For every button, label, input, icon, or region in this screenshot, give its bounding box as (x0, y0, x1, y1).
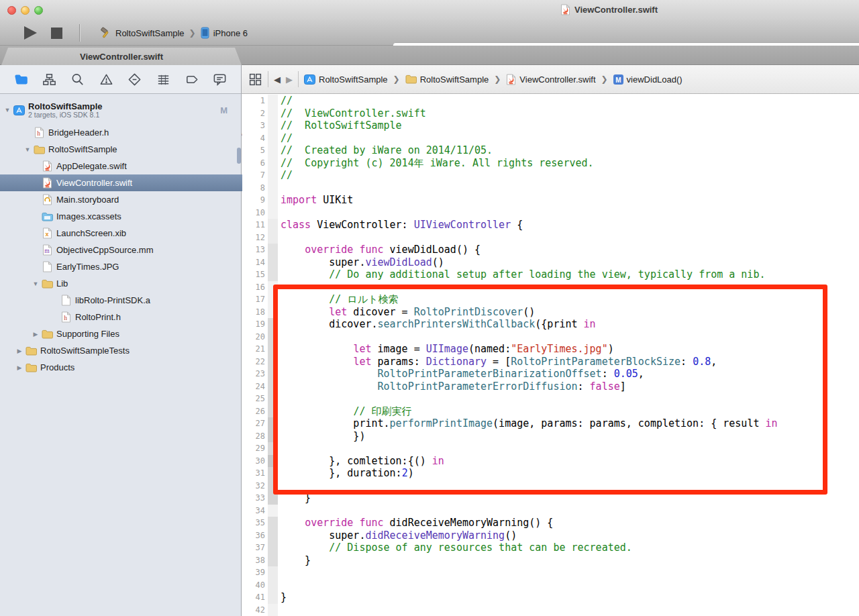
minimize-window-button[interactable] (21, 6, 30, 15)
line-number-gutter[interactable]: 1234567891011121314151617181920212223242… (242, 95, 265, 616)
code-line-25[interactable] (281, 393, 858, 405)
code-line-3[interactable]: // RoltoSwiftSample (281, 119, 858, 132)
code-line-24[interactable]: RoltoPrintParameterErrorDiffusion: false… (281, 380, 858, 393)
code-line-27[interactable]: print.performPrintImage(image, params: p… (281, 417, 858, 430)
navigator-row-appdelegate-swift[interactable]: AppDelegate.swift (0, 158, 272, 174)
code-line-2[interactable]: // ViewController.swift (281, 107, 858, 120)
code-line-31[interactable]: }, duration:2) (281, 467, 858, 480)
disclosure-closed-icon[interactable]: ▶ (31, 331, 40, 338)
breakpoint-navigator-icon[interactable] (183, 71, 199, 87)
change-ribbon-segment (268, 219, 278, 244)
breadcrumb-label: RoltoSwiftSample (319, 74, 388, 85)
code-line-5[interactable]: // Created by iWare on 2014/11/05. (281, 144, 858, 157)
code-line-36[interactable]: super.didReceiveMemoryWarning() (281, 529, 858, 542)
navigator-row-viewcontroller-swift[interactable]: ViewController.swiftM (0, 174, 272, 191)
line-number: 12 (242, 232, 265, 244)
report-navigator-icon[interactable] (212, 71, 228, 87)
code-line-7[interactable]: // (281, 169, 858, 182)
navigator-row-label: BridgeHeader.h (48, 127, 109, 138)
tab-viewcontroller-swift[interactable]: ViewController.swift (1, 48, 242, 65)
issue-navigator-icon[interactable] (98, 71, 114, 87)
navigator-row-bridgeheader-h[interactable]: hBridgeHeader.hA (0, 124, 264, 141)
h-file-icon: h (32, 127, 46, 138)
mm-file-icon: m (40, 244, 54, 256)
disclosure-open-icon[interactable]: ▼ (23, 146, 32, 153)
test-navigator-icon[interactable] (127, 71, 143, 87)
code-line-17[interactable]: // ロルト検索 (281, 293, 858, 306)
code-line-33[interactable]: } (281, 492, 858, 505)
code-area[interactable]: //// ViewController.swift// RoltoSwiftSa… (281, 95, 858, 616)
code-line-35[interactable]: override func didReceiveMemoryWarning() … (281, 517, 858, 529)
breadcrumb-item[interactable]: ViewController.swift (506, 74, 595, 85)
line-number: 14 (242, 256, 265, 269)
navigator-row-objectivecppsource-mm[interactable]: mObjectiveCppSource.mmA (0, 242, 272, 258)
related-items-icon[interactable] (248, 72, 262, 87)
code-line-6[interactable]: // Copyright (c) 2014年 iWare. All rights… (281, 157, 858, 170)
code-line-42[interactable] (281, 604, 858, 616)
navigator-row-supporting-files[interactable]: ▶Supporting Files (0, 325, 272, 342)
code-line-15[interactable]: // Do any additional setup after loading… (281, 268, 858, 281)
disclosure-open-icon[interactable]: ▼ (3, 107, 12, 113)
code-line-11[interactable]: class ViewController: UIViewController { (281, 219, 858, 232)
code-line-21[interactable]: let image = UIImage(named:"EarlyTimes.jp… (281, 343, 858, 356)
code-line-16[interactable] (281, 281, 858, 294)
line-number: 27 (242, 417, 265, 430)
code-line-41[interactable]: } (281, 591, 858, 604)
code-line-34[interactable] (281, 505, 858, 517)
zoom-window-button[interactable] (34, 6, 43, 15)
code-line-22[interactable]: let params: Dictionary = [RoltoPrintPara… (281, 356, 858, 368)
code-line-20[interactable] (281, 331, 858, 344)
code-line-14[interactable]: super.viewDidLoad() (281, 256, 858, 269)
code-line-37[interactable]: // Dispose of any resources that can be … (281, 542, 858, 554)
code-line-12[interactable] (281, 232, 858, 244)
line-number: 39 (242, 566, 265, 579)
code-line-10[interactable] (281, 207, 858, 219)
project-navigator-icon[interactable] (13, 71, 29, 87)
breadcrumb-item[interactable]: RoltoSwiftSample (405, 74, 489, 85)
symbol-navigator-icon[interactable] (42, 71, 58, 87)
code-line-26[interactable]: // 印刷実行 (281, 405, 858, 418)
breadcrumb-item[interactable]: MviewDidLoad() (613, 74, 683, 85)
navigator-row-roltoswiftsampletests[interactable]: ▶RoltoSwiftSampleTests (0, 342, 256, 359)
code-line-29[interactable] (281, 442, 858, 455)
close-window-button[interactable] (7, 6, 16, 15)
navigator-row-roltoswiftsample[interactable]: ▼RoltoSwiftSample (0, 141, 264, 158)
disclosure-closed-icon[interactable]: ▶ (15, 364, 24, 371)
back-button[interactable]: ◀ (274, 75, 281, 84)
stop-button[interactable] (51, 28, 62, 39)
code-line-30[interactable]: }, comletion:{() in (281, 455, 858, 468)
code-line-28[interactable]: }) (281, 430, 858, 443)
navigator-row-launchscreen-xib[interactable]: xLaunchScreen.xib (0, 225, 272, 242)
navigator-row-images-xcassets[interactable]: Images.xcassets (0, 208, 272, 225)
code-line-40[interactable] (281, 579, 858, 592)
code-line-19[interactable]: dicover.searchPrintersWithCallback({prin… (281, 318, 858, 331)
code-line-18[interactable]: let dicover = RoltoPrintDiscover() (281, 306, 858, 319)
scheme-project-label: RoltoSwiftSample (115, 28, 185, 38)
code-line-4[interactable]: // (281, 132, 858, 145)
source-editor[interactable]: 1234567891011121314151617181920212223242… (242, 94, 859, 616)
disclosure-closed-icon[interactable]: ▶ (15, 348, 24, 354)
code-line-38[interactable]: } (281, 554, 858, 567)
search-navigator-icon[interactable] (70, 71, 86, 87)
disclosure-open-icon[interactable]: ▼ (31, 280, 40, 287)
breadcrumb-item[interactable]: RoltoSwiftSample (304, 74, 388, 85)
navigator-row-products[interactable]: ▶Products (0, 359, 256, 376)
navigator-row-roltoswiftsample[interactable]: ▼RoltoSwiftSample2 targets, iOS SDK 8.1M (0, 96, 244, 124)
code-line-1[interactable]: // (281, 95, 858, 107)
change-ribbon-segment (268, 566, 278, 604)
navigator-scrollbar-thumb[interactable] (237, 148, 241, 164)
debug-navigator-icon[interactable] (155, 71, 171, 87)
navigator-row-earlytimes-jpg[interactable]: EarlyTimes.JPGA (0, 258, 272, 275)
code-line-39[interactable] (281, 566, 858, 579)
code-line-8[interactable] (281, 182, 858, 195)
code-line-9[interactable]: import UIKit (281, 194, 858, 207)
forward-button[interactable]: ▶ (286, 75, 293, 84)
run-button[interactable] (24, 26, 37, 40)
scheme-selector[interactable]: RoltoSwiftSample ❯ iPhone 6 (99, 25, 248, 40)
code-line-13[interactable]: override func viewDidLoad() { (281, 244, 858, 256)
code-line-32[interactable] (281, 480, 858, 493)
line-number: 18 (242, 306, 265, 319)
navigator-row-main-storyboard[interactable]: Main.storyboard (0, 191, 272, 208)
code-line-23[interactable]: RoltoPrintParameterBinarizationOffset: 0… (281, 368, 858, 380)
navigator-row-lib[interactable]: ▼Lib (0, 275, 272, 292)
